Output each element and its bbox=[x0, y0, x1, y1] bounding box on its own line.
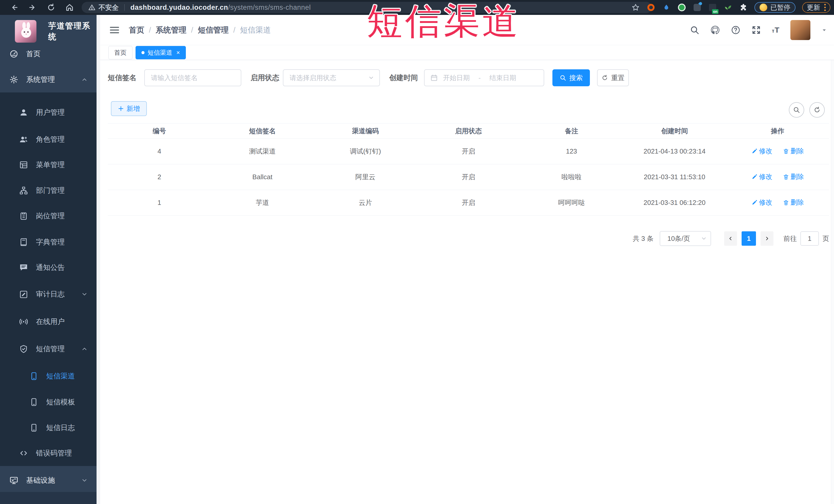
tab-home[interactable]: 首页 bbox=[108, 46, 132, 59]
address-divider bbox=[124, 4, 125, 11]
col-sign: 短信签名 bbox=[211, 127, 314, 136]
header-search-icon[interactable] bbox=[690, 25, 700, 35]
breadcrumb-system[interactable]: 系统管理 bbox=[156, 25, 186, 36]
delete-link[interactable]: 删除 bbox=[783, 147, 804, 156]
browser-back-icon[interactable] bbox=[10, 3, 19, 12]
avatar-caret-down-icon[interactable] bbox=[821, 27, 827, 33]
user-avatar[interactable] bbox=[790, 20, 810, 40]
page-number-1[interactable]: 1 bbox=[742, 231, 756, 246]
user-icon bbox=[19, 108, 28, 117]
sidebar-item-label: 字典管理 bbox=[36, 237, 65, 247]
sidebar-item-sms-channel[interactable]: 短信渠道 bbox=[0, 363, 96, 389]
refresh-table-button[interactable] bbox=[809, 102, 825, 117]
sidebar-item-audit-log[interactable]: 审计日志 bbox=[0, 281, 96, 307]
sidebar-item-departments[interactable]: 部门管理 bbox=[0, 178, 96, 203]
tab-sms-channel[interactable]: 短信渠道 × bbox=[135, 46, 186, 59]
edit-link[interactable]: 修改 bbox=[751, 198, 772, 207]
sms-sign-input[interactable] bbox=[144, 69, 241, 86]
app-logo-row[interactable]: 芋道管理系统 bbox=[0, 18, 96, 45]
table-row: 1 芋道 云片 开启 呵呵呵哒 2021-03-31 06:12:20 修改 删… bbox=[108, 190, 829, 216]
browser-forward-icon[interactable] bbox=[28, 3, 37, 12]
browser-menu-kebab-icon[interactable] bbox=[824, 4, 826, 11]
prev-page-button[interactable] bbox=[724, 231, 737, 246]
status-select[interactable]: 请选择启用状态 bbox=[283, 69, 380, 86]
breadcrumb-sms[interactable]: 短信管理 bbox=[198, 25, 229, 36]
extension-dark-on-icon[interactable]: on bbox=[708, 3, 717, 12]
shield-check-icon bbox=[19, 344, 28, 353]
sidebar-item-dict[interactable]: 字典管理 bbox=[0, 229, 96, 255]
page-size-select[interactable]: 10条/页 bbox=[660, 231, 711, 246]
sidebar-item-label: 短信渠道 bbox=[46, 371, 75, 381]
create-time-label: 创建时间 bbox=[389, 73, 418, 83]
breadcrumb-home[interactable]: 首页 bbox=[129, 25, 144, 36]
extension-orange-ring-icon[interactable] bbox=[646, 3, 655, 12]
start-date-placeholder[interactable]: 开始日期 bbox=[443, 73, 470, 82]
sidebar-item-label: 短信管理 bbox=[36, 344, 65, 354]
code-icon bbox=[19, 448, 28, 458]
dictionary-book-icon bbox=[19, 238, 28, 247]
sidebar-item-infrastructure[interactable]: 基础设施 bbox=[0, 467, 96, 493]
profile-paused-chip[interactable]: 已暂停 bbox=[754, 2, 795, 13]
search-button[interactable]: 搜索 bbox=[552, 69, 590, 86]
browser-update-button[interactable]: 更新 bbox=[802, 2, 830, 13]
range-separator: - bbox=[479, 74, 481, 82]
sidebar-item-roles[interactable]: 角色管理 bbox=[0, 127, 96, 152]
phone-icon bbox=[29, 423, 39, 432]
extension-gray-square-icon[interactable] bbox=[693, 3, 702, 12]
edit-link[interactable]: 修改 bbox=[751, 172, 772, 181]
end-date-placeholder[interactable]: 结束日期 bbox=[489, 73, 516, 82]
next-page-button[interactable] bbox=[761, 231, 773, 246]
sidebar-item-label: 基础设施 bbox=[26, 476, 55, 485]
sidebar-item-sms-template[interactable]: 短信模板 bbox=[0, 389, 96, 415]
tab-close-icon[interactable]: × bbox=[176, 49, 180, 56]
delete-link[interactable]: 删除 bbox=[783, 172, 804, 181]
sidebar-item-sms-log[interactable]: 短信日志 bbox=[0, 415, 96, 441]
sidebar-item-online-users[interactable]: 在线用户 bbox=[0, 309, 96, 334]
sidebar-item-home[interactable]: 首页 bbox=[0, 41, 96, 67]
extension-blue-drop-icon[interactable] bbox=[662, 3, 671, 12]
security-chip-label[interactable]: 不安全 bbox=[98, 3, 118, 12]
sidebar-item-error-code[interactable]: 错误码管理 bbox=[0, 440, 96, 466]
not-secure-warning-icon bbox=[88, 4, 95, 11]
toggle-search-button[interactable] bbox=[789, 102, 804, 117]
extensions-puzzle-icon[interactable] bbox=[739, 3, 748, 12]
extension-plant-icon[interactable] bbox=[724, 3, 732, 12]
sidebar-item-sms-management[interactable]: 短信管理 bbox=[0, 336, 96, 362]
github-icon[interactable] bbox=[710, 25, 720, 35]
col-code: 渠道编码 bbox=[314, 127, 417, 136]
sidebar-item-menus[interactable]: 菜单管理 bbox=[0, 152, 96, 178]
reset-button[interactable]: 重置 bbox=[597, 69, 629, 86]
sidebar-collapse-icon[interactable] bbox=[109, 25, 120, 36]
sidebar-item-system[interactable]: 系统管理 bbox=[0, 67, 96, 92]
navbar-actions: тT bbox=[690, 15, 827, 45]
extension-green-circle-icon[interactable] bbox=[677, 3, 686, 12]
phone-icon bbox=[29, 397, 39, 407]
add-button[interactable]: 新增 bbox=[111, 101, 147, 116]
sidebar-item-users[interactable]: 用户管理 bbox=[0, 100, 96, 125]
sidebar-item-notice[interactable]: 通知公告 bbox=[0, 255, 96, 280]
delete-link[interactable]: 删除 bbox=[783, 198, 804, 207]
sidebar-item-label: 菜单管理 bbox=[36, 160, 65, 170]
content-scrollbar[interactable] bbox=[831, 60, 834, 504]
col-remark: 备注 bbox=[520, 127, 623, 136]
browser-reload-icon[interactable] bbox=[47, 3, 56, 12]
goto-page-input[interactable] bbox=[800, 231, 819, 246]
edit-pencil-icon bbox=[751, 199, 758, 206]
edit-link[interactable]: 修改 bbox=[751, 147, 772, 156]
active-tab-dot bbox=[141, 51, 145, 54]
col-id: 编号 bbox=[108, 127, 211, 136]
table-header-row: 编号 短信签名 渠道编码 启用状态 备注 创建时间 操作 bbox=[108, 123, 829, 139]
browser-home-icon[interactable] bbox=[65, 3, 74, 12]
bookmark-star-icon[interactable] bbox=[631, 3, 640, 12]
date-range-picker[interactable]: 开始日期 - 结束日期 bbox=[424, 69, 544, 86]
help-icon[interactable] bbox=[731, 25, 741, 35]
trash-icon bbox=[783, 148, 789, 154]
monitor-icon bbox=[9, 476, 19, 485]
sidebar-scrollbar[interactable] bbox=[96, 15, 100, 504]
sidebar-item-posts[interactable]: 岗位管理 bbox=[0, 203, 96, 229]
fullscreen-icon[interactable] bbox=[751, 25, 761, 35]
chevron-down-icon bbox=[81, 291, 88, 298]
chevron-up-icon bbox=[81, 76, 88, 83]
font-size-icon[interactable]: тT bbox=[772, 26, 780, 35]
page-url[interactable]: dashboard.yudao.iocoder.cn/system/sms/sm… bbox=[130, 4, 311, 12]
